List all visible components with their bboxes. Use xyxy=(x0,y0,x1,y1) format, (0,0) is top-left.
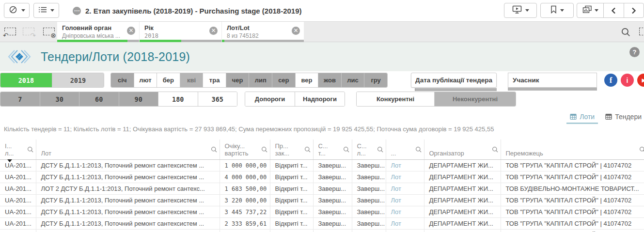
table-cell[interactable]: Лот xyxy=(386,160,424,171)
selection-chip-lot[interactable]: Лот/Lot 8 из 745182 ✕ xyxy=(222,22,304,42)
search-icon[interactable] xyxy=(415,146,422,153)
days-button-7[interactable]: 7 xyxy=(0,92,40,106)
close-icon[interactable]: ✕ xyxy=(292,27,300,35)
month-button[interactable]: сер xyxy=(272,73,295,87)
table-cell[interactable]: ДСТУ Б.Д.1.1-1:2013, Поточний ремонт сан… xyxy=(36,218,220,230)
table-cell[interactable]: Заверш... xyxy=(313,206,352,218)
column-header-winner[interactable]: Переможець xyxy=(501,139,644,160)
sheets-button[interactable] xyxy=(577,3,603,17)
table-cell[interactable]: ТОВ "ГРУПА "КАПІТАЛ СТРОЙ" | 41074702 xyxy=(501,230,644,232)
table-cell[interactable]: UA-201... xyxy=(0,160,36,171)
search-icon[interactable] xyxy=(27,146,34,153)
days-button-180[interactable]: 180 xyxy=(158,92,198,106)
table-cell[interactable]: 4 000 000,00 xyxy=(220,171,270,183)
table-cell[interactable]: ТОВ "ГРУПА "КАПІТАЛ СТРОЙ" | 41074702 xyxy=(501,218,644,230)
table-cell[interactable]: Заверш... xyxy=(352,195,386,206)
date-scrollbar[interactable] xyxy=(411,88,497,91)
table-cell[interactable]: 2 333 859,61 xyxy=(220,218,270,230)
participant-search-input[interactable]: Учасник xyxy=(508,73,597,88)
table-cell[interactable]: ДСТУ Б.Д.1.1-1:2013, Поточний ремонт сан… xyxy=(36,171,220,183)
column-header-lot[interactable]: Лот xyxy=(36,139,220,160)
facebook-icon[interactable]: f xyxy=(604,74,617,87)
table-cell[interactable]: Заверш... xyxy=(313,195,352,206)
table-cell[interactable]: Лот xyxy=(386,171,424,183)
tab-tenders[interactable]: Тендери xyxy=(604,112,643,124)
table-cell[interactable]: ДЕПАРТАМЕНТ ЖИ... xyxy=(424,160,501,171)
search-icon[interactable] xyxy=(261,146,268,153)
global-menu-button[interactable] xyxy=(4,3,30,18)
days-button-365[interactable]: 365 xyxy=(198,92,237,106)
table-cell[interactable]: 1 683 500,00 xyxy=(220,183,270,195)
next-sheet-button[interactable] xyxy=(624,3,644,17)
table-cell[interactable]: ДЕПАРТАМЕНТ ЖИ... xyxy=(424,171,501,183)
search-icon[interactable] xyxy=(210,146,218,153)
month-button[interactable]: січ xyxy=(111,73,134,87)
table-cell[interactable]: UA-201... xyxy=(0,171,36,183)
info-icon[interactable]: i xyxy=(621,74,634,87)
table-cell[interactable]: Відкриті т... xyxy=(270,230,313,232)
tab-lots[interactable]: Лоти xyxy=(569,112,596,124)
competitive-button[interactable]: Конкурентні xyxy=(357,92,434,106)
table-cell[interactable]: ДСТУ Б.Д.1.1-1:2013, Поточний ремонт сан… xyxy=(36,195,220,206)
table-cell[interactable]: Відкриті т... xyxy=(270,171,313,183)
table-cell[interactable]: Лот xyxy=(386,195,424,206)
tender-publication-date-button[interactable]: Дата публікації тендера xyxy=(411,73,497,88)
table-cell[interactable]: Відкриті т... xyxy=(270,160,313,171)
clear-selections-icon[interactable]: ⊗ xyxy=(43,26,55,38)
selection-chip-year[interactable]: Рік 2018 ✕ xyxy=(140,22,221,42)
table-cell[interactable]: Лот xyxy=(386,183,424,195)
table-cell[interactable]: UA-201... xyxy=(0,206,36,218)
table-cell[interactable]: 3 220 000,00 xyxy=(220,195,270,206)
table-cell[interactable]: ТОВ БУДІВЕЛЬНО-МОНТАЖНЕ ТОВАРИСТ... xyxy=(501,183,644,195)
table-cell[interactable]: ДЕПАРТАМЕНТ ЖИ... xyxy=(424,230,501,232)
table-cell[interactable]: 1 000 000,00 xyxy=(220,230,270,232)
close-icon[interactable]: ✕ xyxy=(127,27,135,35)
app-list-button[interactable] xyxy=(33,3,59,18)
year-button-2018[interactable]: 2018 xyxy=(0,73,52,87)
column-header-type[interactable]: ... xyxy=(386,139,424,160)
table-cell[interactable]: ДЕПАРТАМЕНТ ЖИ... xyxy=(424,218,501,230)
non-competitive-button[interactable]: Неконкурентні xyxy=(434,92,516,106)
search-icon[interactable] xyxy=(377,146,384,153)
table-cell[interactable]: Заверш... xyxy=(352,160,386,171)
table-cell[interactable]: Лот xyxy=(386,218,424,230)
days-button-60[interactable]: 60 xyxy=(79,92,119,106)
column-header-lot-id[interactable]: І...л... xyxy=(0,139,36,160)
table-cell[interactable]: Заверш... xyxy=(352,183,386,195)
days-button-90[interactable]: 90 xyxy=(119,92,158,106)
table-cell[interactable]: Заверш... xyxy=(313,160,352,171)
youtube-icon[interactable]: ▶ xyxy=(637,74,644,87)
bookmarks-button[interactable] xyxy=(540,3,574,18)
table-cell[interactable]: ТОВ "ГРУПА "КАПІТАЛ СТРОЙ" | 41074702 xyxy=(501,171,644,183)
table-cell[interactable]: Заверш... xyxy=(313,230,352,232)
search-icon[interactable] xyxy=(639,146,644,153)
close-icon[interactable]: ✕ xyxy=(209,27,218,35)
month-button[interactable]: лип xyxy=(249,73,272,87)
search-icon[interactable] xyxy=(343,146,350,153)
table-cell[interactable]: Відкриті т... xyxy=(270,183,313,195)
table-cell[interactable]: ДСТУ Б.Д.1.1-1:2013, Поточний ремонт сан… xyxy=(36,230,220,232)
table-cell[interactable]: UA-201... xyxy=(0,183,36,195)
column-header-organizer[interactable]: Організатор xyxy=(424,139,501,160)
selections-tool-icon[interactable] xyxy=(639,26,644,38)
search-icon[interactable] xyxy=(304,146,311,153)
column-header-procedure[interactable]: Пр...зак... xyxy=(270,139,313,160)
table-cell[interactable]: Заверш... xyxy=(352,171,386,183)
table-cell[interactable]: ДСТУ Б.Д.1.1-1:2013, Поточний ремонт сан… xyxy=(36,206,220,218)
table-cell[interactable]: ТОВ "ГРУПА "КАПІТАЛ СТРОЙ" | 41074702 xyxy=(501,160,644,171)
previous-sheet-button[interactable] xyxy=(603,3,624,17)
month-button[interactable]: чер xyxy=(226,73,249,87)
search-icon[interactable] xyxy=(491,146,499,153)
column-header-lot-status[interactable]: С...л... xyxy=(352,139,386,160)
table-cell[interactable]: ТОВ "ГРУПА "КАПІТАЛ СТРОЙ" | 41074702 xyxy=(501,195,644,206)
table-cell[interactable]: Заверш... xyxy=(352,218,386,230)
undo-selection-icon[interactable]: ↶ xyxy=(4,26,16,38)
help-icon[interactable]: ? xyxy=(629,47,640,57)
days-button-30[interactable]: 30 xyxy=(40,92,79,106)
table-cell[interactable]: UA-201... xyxy=(0,218,36,230)
table-cell[interactable]: Лот xyxy=(386,206,424,218)
month-button[interactable]: кві xyxy=(180,73,203,87)
table-cell[interactable]: Заверш... xyxy=(313,218,352,230)
table-cell[interactable]: ЛОТ 2 ДСТУ Б.Д.1.1-1:2013, Поточний ремо… xyxy=(36,183,220,195)
table-cell[interactable]: Заверш... xyxy=(352,230,386,232)
